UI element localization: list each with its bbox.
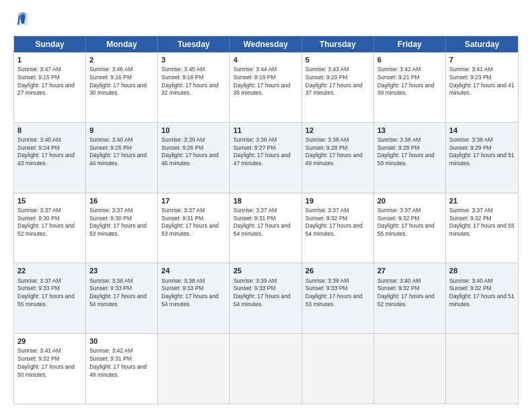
day-info: Sunrise: 3:37 AM Sunset: 9:31 PM Dayligh…: [233, 207, 290, 237]
cal-cell: 21Sunrise: 3:37 AM Sunset: 9:32 PM Dayli…: [446, 193, 518, 263]
day-info: Sunrise: 3:45 AM Sunset: 9:18 PM Dayligh…: [161, 66, 218, 96]
day-info: Sunrise: 3:39 AM Sunset: 9:26 PM Dayligh…: [161, 136, 218, 167]
day-info: Sunrise: 3:42 AM Sunset: 9:31 PM Dayligh…: [89, 347, 146, 377]
day-number: 9: [89, 126, 154, 135]
day-number: 16: [89, 196, 154, 205]
day-info: Sunrise: 3:40 AM Sunset: 9:25 PM Dayligh…: [89, 136, 146, 167]
cal-cell: 17Sunrise: 3:37 AM Sunset: 9:31 PM Dayli…: [158, 193, 230, 263]
cal-row-3: 22Sunrise: 3:37 AM Sunset: 9:33 PM Dayli…: [14, 263, 518, 334]
cal-cell: 8Sunrise: 3:40 AM Sunset: 9:24 PM Daylig…: [14, 123, 86, 193]
day-info: Sunrise: 3:41 AM Sunset: 9:32 PM Dayligh…: [17, 347, 75, 377]
day-info: Sunrise: 3:37 AM Sunset: 9:32 PM Dayligh…: [449, 207, 515, 237]
cal-header-friday: Friday: [374, 36, 446, 52]
day-info: Sunrise: 3:38 AM Sunset: 9:33 PM Dayligh…: [161, 277, 218, 308]
day-number: 20: [378, 196, 442, 205]
day-info: Sunrise: 3:47 AM Sunset: 9:15 PM Dayligh…: [17, 66, 75, 96]
cal-cell: 24Sunrise: 3:38 AM Sunset: 9:33 PM Dayli…: [158, 263, 230, 333]
cal-cell: 11Sunrise: 3:39 AM Sunset: 9:27 PM Dayli…: [230, 123, 302, 193]
cal-cell: 5Sunrise: 3:43 AM Sunset: 9:20 PM Daylig…: [302, 52, 374, 122]
cal-row-4: 29Sunrise: 3:41 AM Sunset: 9:32 PM Dayli…: [14, 334, 518, 404]
day-number: 4: [233, 55, 298, 64]
cal-cell: 26Sunrise: 3:39 AM Sunset: 9:33 PM Dayli…: [302, 263, 374, 333]
day-number: 7: [449, 55, 515, 64]
day-info: Sunrise: 3:43 AM Sunset: 9:20 PM Dayligh…: [306, 66, 363, 96]
page: SundayMondayTuesdayWednesdayThursdayFrid…: [0, 0, 532, 411]
day-number: 13: [378, 126, 442, 135]
cal-cell: 20Sunrise: 3:37 AM Sunset: 9:32 PM Dayli…: [374, 193, 446, 263]
day-number: 6: [378, 55, 442, 64]
day-info: Sunrise: 3:39 AM Sunset: 9:33 PM Dayligh…: [233, 277, 290, 308]
cal-cell: 6Sunrise: 3:42 AM Sunset: 9:21 PM Daylig…: [374, 52, 446, 122]
day-info: Sunrise: 3:44 AM Sunset: 9:19 PM Dayligh…: [233, 66, 290, 96]
day-info: Sunrise: 3:37 AM Sunset: 9:32 PM Dayligh…: [378, 207, 435, 237]
cal-cell: [446, 334, 518, 404]
day-number: 26: [306, 266, 370, 275]
day-info: Sunrise: 3:38 AM Sunset: 9:29 PM Dayligh…: [449, 136, 515, 167]
day-info: Sunrise: 3:39 AM Sunset: 9:33 PM Dayligh…: [306, 277, 363, 308]
day-info: Sunrise: 3:37 AM Sunset: 9:33 PM Dayligh…: [17, 277, 75, 308]
cal-cell: 4Sunrise: 3:44 AM Sunset: 9:19 PM Daylig…: [230, 52, 302, 122]
day-info: Sunrise: 3:37 AM Sunset: 9:31 PM Dayligh…: [161, 207, 218, 237]
cal-header-tuesday: Tuesday: [158, 36, 230, 52]
day-number: 3: [161, 55, 226, 64]
day-info: Sunrise: 3:40 AM Sunset: 9:32 PM Dayligh…: [449, 277, 515, 308]
cal-header-thursday: Thursday: [302, 36, 374, 52]
cal-cell: 12Sunrise: 3:38 AM Sunset: 9:28 PM Dayli…: [302, 123, 374, 193]
day-number: 5: [306, 55, 370, 64]
day-number: 11: [233, 126, 298, 135]
day-number: 22: [17, 266, 82, 275]
header: [13, 10, 519, 29]
cal-cell: 19Sunrise: 3:37 AM Sunset: 9:32 PM Dayli…: [302, 193, 374, 263]
day-number: 29: [17, 336, 82, 346]
cal-cell: [230, 334, 302, 404]
day-number: 19: [306, 196, 370, 205]
day-number: 10: [161, 126, 226, 135]
cal-cell: [302, 334, 374, 404]
cal-header-saturday: Saturday: [446, 36, 518, 52]
cal-cell: [158, 334, 230, 404]
day-info: Sunrise: 3:37 AM Sunset: 9:30 PM Dayligh…: [17, 207, 75, 237]
calendar-header-row: SundayMondayTuesdayWednesdayThursdayFrid…: [14, 36, 518, 52]
day-info: Sunrise: 3:38 AM Sunset: 9:28 PM Dayligh…: [378, 136, 435, 167]
cal-cell: 22Sunrise: 3:37 AM Sunset: 9:33 PM Dayli…: [14, 263, 86, 333]
cal-cell: 9Sunrise: 3:40 AM Sunset: 9:25 PM Daylig…: [86, 123, 158, 193]
cal-header-sunday: Sunday: [14, 36, 86, 52]
cal-cell: 15Sunrise: 3:37 AM Sunset: 9:30 PM Dayli…: [14, 193, 86, 263]
logo-icon: [13, 10, 32, 29]
day-info: Sunrise: 3:38 AM Sunset: 9:33 PM Dayligh…: [89, 277, 146, 308]
day-number: 12: [306, 126, 370, 135]
cal-row-0: 1Sunrise: 3:47 AM Sunset: 9:15 PM Daylig…: [14, 52, 518, 123]
day-number: 30: [89, 336, 154, 346]
day-info: Sunrise: 3:37 AM Sunset: 9:32 PM Dayligh…: [306, 207, 363, 237]
day-number: 25: [233, 266, 298, 275]
cal-row-1: 8Sunrise: 3:40 AM Sunset: 9:24 PM Daylig…: [14, 123, 518, 193]
cal-header-monday: Monday: [86, 36, 158, 52]
cal-cell: 23Sunrise: 3:38 AM Sunset: 9:33 PM Dayli…: [86, 263, 158, 333]
cal-cell: 27Sunrise: 3:40 AM Sunset: 9:32 PM Dayli…: [374, 263, 446, 333]
day-info: Sunrise: 3:40 AM Sunset: 9:24 PM Dayligh…: [17, 136, 75, 167]
cal-cell: 29Sunrise: 3:41 AM Sunset: 9:32 PM Dayli…: [14, 334, 86, 404]
day-number: 17: [161, 196, 226, 205]
calendar: SundayMondayTuesdayWednesdayThursdayFrid…: [13, 36, 519, 404]
cal-cell: 3Sunrise: 3:45 AM Sunset: 9:18 PM Daylig…: [158, 52, 230, 122]
cal-header-wednesday: Wednesday: [230, 36, 302, 52]
day-number: 27: [378, 266, 442, 275]
logo: [13, 10, 35, 29]
day-number: 23: [89, 266, 154, 275]
cal-cell: 2Sunrise: 3:46 AM Sunset: 9:16 PM Daylig…: [86, 52, 158, 122]
cal-cell: 1Sunrise: 3:47 AM Sunset: 9:15 PM Daylig…: [14, 52, 86, 122]
day-number: 2: [89, 55, 154, 64]
day-number: 24: [161, 266, 226, 275]
cal-cell: 30Sunrise: 3:42 AM Sunset: 9:31 PM Dayli…: [86, 334, 158, 404]
day-info: Sunrise: 3:41 AM Sunset: 9:23 PM Dayligh…: [449, 66, 515, 96]
day-info: Sunrise: 3:38 AM Sunset: 9:28 PM Dayligh…: [306, 136, 363, 167]
day-info: Sunrise: 3:42 AM Sunset: 9:21 PM Dayligh…: [378, 66, 435, 96]
day-number: 18: [233, 196, 298, 205]
day-number: 28: [449, 266, 515, 275]
cal-cell: 18Sunrise: 3:37 AM Sunset: 9:31 PM Dayli…: [230, 193, 302, 263]
cal-cell: 28Sunrise: 3:40 AM Sunset: 9:32 PM Dayli…: [446, 263, 518, 333]
day-info: Sunrise: 3:37 AM Sunset: 9:30 PM Dayligh…: [89, 207, 146, 237]
cal-cell: 16Sunrise: 3:37 AM Sunset: 9:30 PM Dayli…: [86, 193, 158, 263]
cal-cell: 13Sunrise: 3:38 AM Sunset: 9:28 PM Dayli…: [374, 123, 446, 193]
day-info: Sunrise: 3:46 AM Sunset: 9:16 PM Dayligh…: [89, 66, 146, 96]
